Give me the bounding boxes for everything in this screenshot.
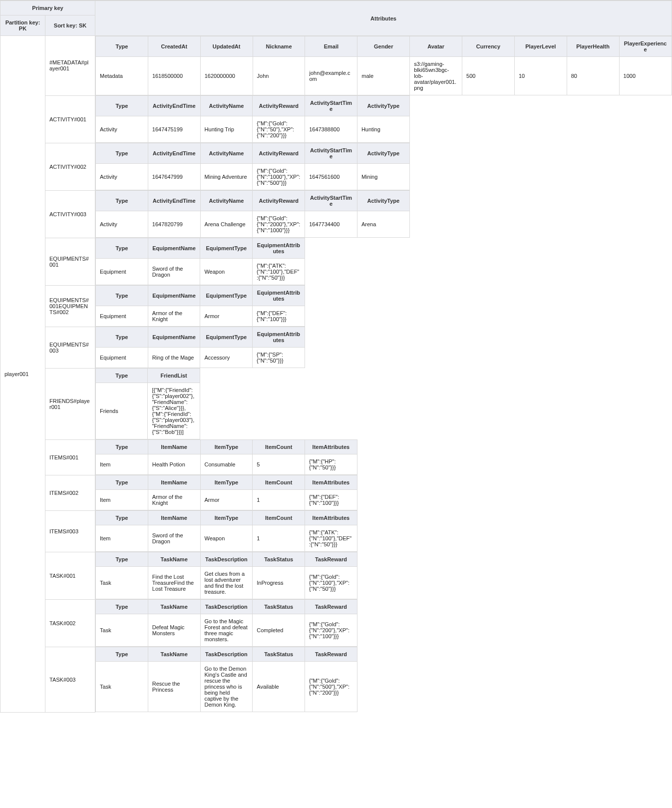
attr-value: Go to the Magic Forest and defeat three … [200, 614, 253, 647]
sort-key-value: TASK#002 [45, 599, 95, 647]
attr-value: Accessory [200, 348, 253, 368]
attr-value: Task [96, 614, 148, 647]
attr-value: Sword of the Dragon [148, 259, 200, 285]
attr-value: {"M":{"Gold":{"N":"1000"},"XP":{"N":"500… [253, 164, 305, 190]
attr-value: Arena [357, 211, 409, 238]
sort-key-value: FRIENDS#player001 [45, 368, 95, 439]
attributes-cell: TypeActivityEndTimeActivityNameActivityR… [95, 190, 672, 238]
attr-header: ItemAttributes [305, 475, 357, 490]
sort-key-value: EQUIPMENTS#001EQUIPMENTS#002 [45, 285, 95, 327]
attr-value: {"M":{"ATK":{"N":"100"},"DEF":{"N":"50"}… [253, 259, 305, 285]
attr-value: Mining Adventure [200, 164, 253, 190]
attr-value: Task [96, 662, 148, 712]
attr-header: ItemCount [253, 511, 305, 525]
attr-header: ActivityReward [253, 143, 305, 164]
attr-header: Type [96, 238, 148, 259]
attr-header: TaskName [148, 600, 200, 614]
attributes-cell: TypeActivityEndTimeActivityNameActivityR… [95, 143, 672, 190]
table-row: ITEMS#003TypeItemNameItemTypeItemCountIt… [0, 510, 672, 552]
attr-header: ActivityType [357, 96, 409, 116]
sort-key-value: EQUIPMENTS#003 [45, 327, 95, 368]
attr-value: 1647734400 [305, 211, 357, 238]
attr-value: 1647475199 [148, 116, 200, 143]
attributes-cell: TypeTaskNameTaskDescriptionTaskStatusTas… [95, 599, 672, 647]
attr-value: {"M":{"Gold":{"N":"200"},"XP":{"N":"100"… [305, 614, 357, 647]
attr-value: Armor of the Knight [148, 306, 200, 327]
attr-value: Equipment [96, 348, 148, 368]
attr-header: ActivityStartTime [305, 143, 357, 164]
attr-value: Armor [200, 490, 253, 510]
attr-value: Sword of the Dragon [148, 525, 200, 552]
primary-key-header: Primary key [0, 1, 95, 15]
attr-header: Type [96, 327, 148, 348]
table-row: player001#METADATA#player001TypeCreatedA… [0, 36, 672, 96]
attr-value: 1647561600 [305, 164, 357, 190]
sort-key-value: ITEMS#001 [45, 439, 95, 475]
sort-key-value: EQUIPMENTS#001 [45, 238, 95, 285]
attr-header: TaskReward [305, 552, 357, 567]
attr-value: Item [96, 454, 148, 475]
attr-header: ItemType [200, 511, 253, 525]
attr-header: Type [96, 647, 148, 662]
attr-value: 1 [253, 525, 305, 552]
attr-header: EquipmentName [148, 238, 200, 259]
attr-value: 1000 [619, 57, 672, 95]
attr-header: Type [96, 286, 148, 306]
table-row: EQUIPMENTS#001EQUIPMENTS#002TypeEquipmen… [0, 285, 672, 327]
attr-header: EquipmentType [200, 286, 253, 306]
attr-header: TaskDescription [200, 600, 253, 614]
attr-header: EquipmentAttributes [253, 286, 305, 306]
attr-header: ActivityEndTime [148, 191, 200, 211]
attributes-subtable: TypeTaskNameTaskDescriptionTaskStatusTas… [95, 552, 357, 599]
attr-value: Activity [96, 116, 148, 143]
attr-header: Type [96, 36, 148, 57]
attributes-cell: TypeTaskNameTaskDescriptionTaskStatusTas… [95, 647, 672, 712]
attr-value: Hunting Trip [200, 116, 253, 143]
attributes-header: Attributes [95, 1, 672, 36]
attr-value: {"M":{"Gold":{"N":"100"},"XP":{"N":"50"}… [305, 567, 357, 599]
attr-value: {"M":{"SP":{"N":"50"}}} [253, 348, 305, 368]
attributes-cell: TypeEquipmentNameEquipmentTypeEquipmentA… [95, 285, 672, 327]
attr-header: ActivityType [357, 143, 409, 164]
attributes-subtable: TypeItemNameItemTypeItemCountItemAttribu… [95, 510, 357, 552]
sort-key-value: ITEMS#002 [45, 475, 95, 510]
attr-value: Activity [96, 211, 148, 238]
attributes-cell: TypeItemNameItemTypeItemCountItemAttribu… [95, 475, 672, 510]
attr-header: ActivityStartTime [305, 96, 357, 116]
table-row: EQUIPMENTS#003TypeEquipmentNameEquipment… [0, 327, 672, 368]
attr-value: {"M":{"Gold":{"N":"50"},"XP":{"N":"200"}… [253, 116, 305, 143]
attr-value: 1618500000 [148, 57, 200, 95]
attr-value: Defeat Magic Monsters [148, 614, 200, 647]
attr-value: {"M":{"ATK":{"N":"100"},"DEF":{"N":"50"}… [305, 525, 357, 552]
attr-value: Weapon [200, 525, 253, 552]
attr-header: EquipmentAttributes [253, 327, 305, 348]
attr-value: Go to the Demon King's Castle and rescue… [200, 662, 253, 712]
attributes-cell: TypeEquipmentNameEquipmentTypeEquipmentA… [95, 238, 672, 285]
partition-key-header: Partition key: PK [0, 15, 45, 36]
attr-value: {"M":{"DEF":{"N":"100"}}} [305, 490, 357, 510]
attr-value: 10 [514, 57, 567, 95]
attr-header: ItemCount [253, 440, 305, 454]
attr-header: ActivityName [200, 143, 253, 164]
attributes-cell: TypeActivityEndTimeActivityNameActivityR… [95, 95, 672, 143]
attr-header: EquipmentName [148, 327, 200, 348]
attr-header: TaskReward [305, 647, 357, 662]
table-row: FRIENDS#player001TypeFriendListFriends[{… [0, 368, 672, 439]
attr-value: Equipment [96, 259, 148, 285]
attr-value: Ring of the Mage [148, 348, 200, 368]
attr-value: Consumable [200, 454, 253, 475]
attr-value: John [253, 57, 305, 95]
attr-value: Rescue the Princess [148, 662, 200, 712]
table-row: ITEMS#001TypeItemNameItemTypeItemCountIt… [0, 439, 672, 475]
table-row: TASK#003TypeTaskNameTaskDescriptionTaskS… [0, 647, 672, 712]
attr-value: [{"M":{"FriendId":{"S":"player002"},"Fri… [148, 383, 200, 439]
attr-header: EquipmentName [148, 286, 200, 306]
table-row: TASK#002TypeTaskNameTaskDescriptionTaskS… [0, 599, 672, 647]
attr-value: Metadata [96, 57, 148, 95]
attr-header: Type [96, 552, 148, 567]
attr-header: ActivityReward [253, 96, 305, 116]
attr-value: Activity [96, 164, 148, 190]
attr-value: {"M":{"DEF":{"N":"100"}}} [253, 306, 305, 327]
attr-header: CreatedAt [148, 36, 200, 57]
attr-header: ItemName [148, 440, 200, 454]
